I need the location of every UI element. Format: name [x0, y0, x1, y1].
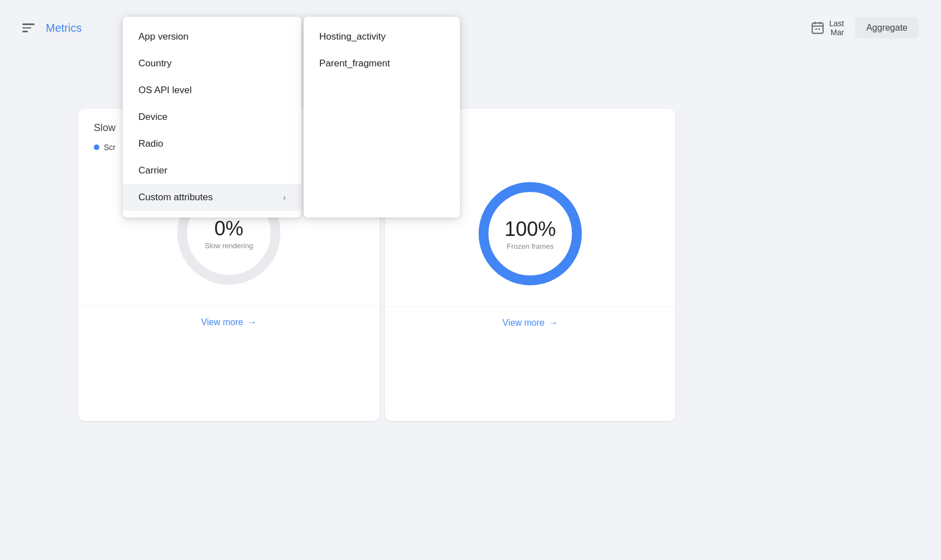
view-more-left[interactable]: View more →: [201, 317, 256, 327]
slow-sublabel: Slow rendering: [205, 242, 253, 250]
legend-dot-blue: [94, 144, 99, 150]
dropdown-item-device[interactable]: Device: [123, 104, 301, 131]
submenu-item-hosting-activity[interactable]: Hosting_activity: [304, 23, 460, 50]
arrow-right-right-icon: →: [549, 318, 558, 328]
arrow-right-left-icon: →: [248, 317, 257, 327]
submenu-item-parent-fragment[interactable]: Parent_fragment: [304, 50, 460, 77]
legend-label-left: Scr: [104, 143, 116, 152]
filter-line-2: [22, 27, 31, 29]
slow-donut-center: 0% Slow rendering: [205, 217, 253, 250]
frozen-percent: 100%: [505, 218, 556, 241]
dropdown-wrapper: App version Country OS API level Device …: [123, 17, 460, 218]
svg-rect-5: [818, 28, 820, 30]
filter-button[interactable]: [22, 23, 35, 32]
filter-line-3: [22, 31, 28, 32]
view-more-left-text: View more: [201, 317, 243, 327]
chevron-right-icon: ›: [283, 193, 286, 202]
dropdown-label-country: Country: [138, 58, 172, 69]
dropdown-item-app-version[interactable]: App version: [123, 23, 301, 50]
slow-percent: 0%: [205, 217, 253, 240]
dropdown-label-radio: Radio: [138, 138, 163, 149]
dropdown-item-radio[interactable]: Radio: [123, 131, 301, 157]
custom-attributes-submenu: Hosting_activity Parent_fragment: [304, 17, 460, 218]
frozen-donut-center: 100% Frozen frames: [505, 218, 556, 250]
dropdown-item-os-api-level[interactable]: OS API level: [123, 77, 301, 104]
top-right-area: Last Mar Aggregate: [810, 17, 919, 38]
view-more-right-text: View more: [502, 318, 544, 328]
svg-rect-4: [815, 28, 817, 30]
date-area: Last Mar: [810, 19, 844, 37]
dropdown-label-carrier: Carrier: [138, 165, 167, 176]
calendar-icon: [810, 21, 825, 35]
filter-dropdown: App version Country OS API level Device …: [123, 17, 301, 218]
dropdown-item-country[interactable]: Country: [123, 50, 301, 77]
dropdown-item-carrier[interactable]: Carrier: [123, 157, 301, 184]
card-left-title: Slow: [94, 122, 116, 134]
card-left-footer: View more →: [78, 306, 380, 339]
view-more-right[interactable]: View more →: [502, 318, 558, 328]
dropdown-label-os-api-level: OS API level: [138, 85, 191, 96]
dropdown-item-custom-attributes[interactable]: Custom attributes ›: [123, 184, 301, 211]
frozen-frames-donut: 100% Frozen frames: [469, 172, 592, 295]
frozen-sublabel: Frozen frames: [505, 242, 556, 250]
date-text: Last Mar: [829, 19, 844, 37]
filter-line-1: [22, 23, 35, 25]
date-mar: Mar: [830, 28, 844, 37]
card-right-footer: View more →: [385, 306, 675, 339]
filter-area: Metrics: [22, 22, 81, 35]
metrics-label: Metrics: [46, 22, 81, 35]
svg-rect-0: [812, 23, 823, 33]
dropdown-label-app-version: App version: [138, 31, 189, 42]
dropdown-label-device: Device: [138, 112, 167, 123]
date-last: Last: [829, 19, 844, 28]
dropdown-label-custom-attributes: Custom attributes: [138, 192, 213, 203]
submenu-label-parent-fragment: Parent_fragment: [319, 58, 390, 69]
submenu-label-hosting-activity: Hosting_activity: [319, 31, 386, 42]
aggregate-button[interactable]: Aggregate: [855, 17, 919, 38]
